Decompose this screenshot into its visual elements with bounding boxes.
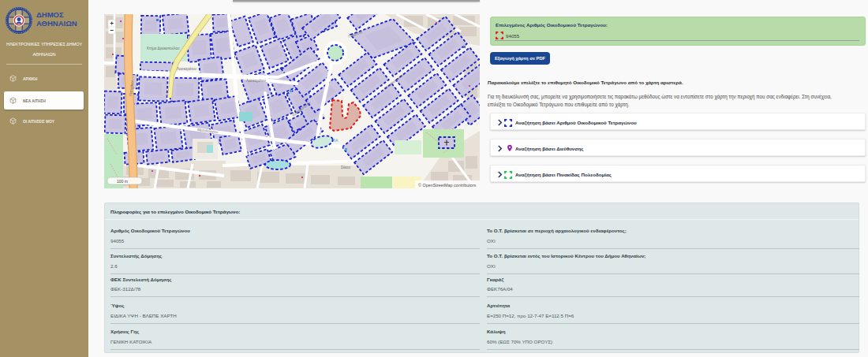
- svg-text:© OpenStreetMap contributors: © OpenStreetMap contributors: [418, 183, 476, 188]
- svg-text:Λασκαράτου: Λασκαράτου: [246, 78, 267, 83]
- svg-text:Κτήμα Δρακοπούλου: Κτήμα Δρακοπούλου: [147, 46, 180, 50]
- svg-text:Σέκου: Σέκου: [341, 165, 350, 169]
- svg-text:Λασκαράτου: Λασκαράτου: [177, 66, 197, 71]
- svg-text:100 m: 100 m: [117, 179, 128, 184]
